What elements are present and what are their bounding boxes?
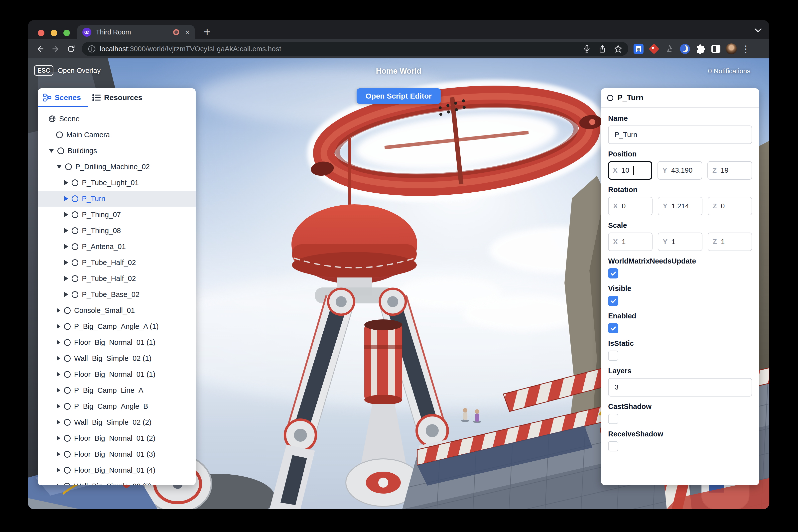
- chevron-right-icon[interactable]: [57, 340, 60, 345]
- tree-item-label: P_Tube_Half_02: [82, 274, 136, 283]
- position-y-input[interactable]: Y43.190: [658, 161, 702, 180]
- tree-item-label: Console_Small_01: [74, 306, 135, 315]
- castshadow-checkbox[interactable]: [608, 414, 618, 424]
- chevron-right-icon[interactable]: [57, 404, 60, 409]
- chevron-right-icon[interactable]: [57, 372, 60, 377]
- chevron-right-icon[interactable]: [57, 420, 60, 425]
- sidebar-toggle-icon[interactable]: [708, 41, 724, 56]
- open-script-editor-button[interactable]: Open Script Editor: [357, 88, 441, 104]
- tree-item-wall-big-simple-02-2[interactable]: Wall_Big_Simple_02 (2): [38, 414, 196, 430]
- worldmatrixneedsupdate-checkbox[interactable]: [608, 268, 618, 279]
- tree-item-p-tube-light-01[interactable]: P_Tube_Light_01: [38, 175, 196, 191]
- recycle-extension-icon[interactable]: [662, 41, 677, 56]
- browser-menu-icon[interactable]: ⋮: [739, 44, 753, 54]
- tree-item-wall-big-simple-02-1[interactable]: Wall_Big_Simple_02 (1): [38, 350, 196, 366]
- enabled-checkbox[interactable]: [608, 323, 618, 334]
- rotation-y-input[interactable]: Y1.214: [658, 197, 702, 215]
- tree-item-p-antena-01[interactable]: P_Antena_01: [38, 239, 196, 254]
- tree-item-floor-big-normal-01-3[interactable]: Floor_Big_Normal_01 (3): [38, 446, 196, 462]
- overlay-hint: ESC Open Overlay: [34, 65, 100, 76]
- tree-item-floor-big-normal-01-1[interactable]: Floor_Big_Normal_01 (1): [38, 366, 196, 382]
- back-button[interactable]: [33, 41, 48, 56]
- chevron-right-icon[interactable]: [57, 452, 60, 457]
- position-x-input[interactable]: X10: [608, 161, 652, 180]
- tree-item-p-tube-half-02[interactable]: P_Tube_Half_02: [38, 270, 196, 286]
- 3d-viewport[interactable]: ESC Open Overlay Home World 0 Notificati…: [28, 58, 769, 509]
- chevron-right-icon[interactable]: [57, 436, 60, 441]
- layers-label: Layers: [608, 367, 752, 375]
- name-input[interactable]: P_Turn: [608, 126, 752, 144]
- tree-item-floor-big-normal-01-1[interactable]: Floor_Big_Normal_01 (1): [38, 335, 196, 350]
- chevron-right-icon[interactable]: [57, 324, 60, 329]
- tree-item-p-tube-half-02[interactable]: P_Tube_Half_02: [38, 254, 196, 270]
- chevron-down-icon[interactable]: [49, 149, 54, 153]
- tree-item-p-tube-base-02[interactable]: P_Tube_Base_02: [38, 286, 196, 302]
- chevron-right-icon[interactable]: [64, 276, 68, 281]
- tab-resources[interactable]: Resources: [92, 88, 142, 107]
- chevron-right-icon[interactable]: [57, 388, 60, 393]
- tree-item-p-big-camp-line-a[interactable]: P_Big_Camp_Line_A: [38, 382, 196, 398]
- tree-item-p-thing-08[interactable]: P_Thing_08: [38, 223, 196, 239]
- tree-item-label: Floor_Big_Normal_01 (2): [74, 434, 155, 442]
- tab-search-chevron-icon[interactable]: [754, 28, 762, 34]
- chevron-right-icon[interactable]: [57, 483, 60, 485]
- address-bar[interactable]: localhost:3000/world/!vjrzmTVOcyIsLgaAkA…: [82, 42, 628, 56]
- bookmark-star-icon[interactable]: [614, 45, 622, 53]
- browser-window: Third Room × + localhost:3000/world/!vjr…: [28, 20, 769, 509]
- tree-item-floor-big-normal-01-4[interactable]: Floor_Big_Normal_01 (4): [38, 462, 196, 478]
- chevron-right-icon[interactable]: [64, 180, 68, 185]
- microphone-icon[interactable]: [583, 45, 591, 53]
- chevron-right-icon[interactable]: [64, 196, 68, 201]
- share-icon[interactable]: [598, 45, 606, 53]
- chevron-right-icon[interactable]: [57, 356, 60, 361]
- visible-checkbox[interactable]: [608, 296, 618, 306]
- tree-item-p-thing-07[interactable]: P_Thing_07: [38, 207, 196, 223]
- scale-z-input[interactable]: Z1: [708, 232, 752, 251]
- isstatic-checkbox[interactable]: [608, 350, 618, 361]
- tab-third-room[interactable]: Third Room ×: [77, 25, 195, 39]
- tree-item-scene[interactable]: Scene: [38, 111, 196, 127]
- tree-item-console-small-01[interactable]: Console_Small_01: [38, 302, 196, 318]
- scale-y-input[interactable]: Y1: [658, 232, 702, 251]
- puzzle-extensions-icon[interactable]: [693, 41, 708, 56]
- scale-x-input[interactable]: X1: [608, 232, 652, 251]
- rotation-z-input[interactable]: Z0: [708, 197, 752, 215]
- url-text[interactable]: localhost:3000/world/!vjrzmTVOcyIsLgaAkA…: [100, 45, 575, 53]
- tree-item-p-big-camp-angle-a-1[interactable]: P_Big_Camp_Angle_A (1): [38, 318, 196, 335]
- receiveshadow-checkbox[interactable]: [608, 441, 618, 451]
- forward-button[interactable]: [48, 41, 63, 56]
- chevron-right-icon[interactable]: [64, 244, 68, 249]
- chevron-right-icon[interactable]: [57, 308, 60, 313]
- night-mode-extension-icon[interactable]: [677, 41, 693, 56]
- chevron-right-icon[interactable]: [64, 260, 68, 265]
- new-tab-button[interactable]: +: [201, 25, 214, 38]
- entity-icon: [64, 467, 71, 474]
- layers-input[interactable]: 3: [608, 378, 752, 397]
- chevron-right-icon[interactable]: [57, 468, 60, 473]
- tree-item-p-turn[interactable]: P_Turn: [38, 191, 196, 207]
- red-diamond-extension-icon[interactable]: [646, 41, 662, 56]
- chevron-right-icon[interactable]: [64, 212, 68, 217]
- chevron-right-icon[interactable]: [64, 228, 68, 233]
- info-icon[interactable]: [88, 45, 96, 53]
- tree-item-buildings[interactable]: Buildings: [38, 143, 196, 159]
- chevron-down-icon[interactable]: [57, 165, 62, 169]
- tab-scenes[interactable]: Scenes: [43, 88, 81, 107]
- position-z-input[interactable]: Z19: [707, 161, 752, 180]
- tab-close-icon[interactable]: ×: [185, 28, 190, 36]
- entity-icon: [64, 355, 71, 362]
- tree-item-main-camera[interactable]: Main Camera: [38, 127, 196, 143]
- tree-item-floor-big-normal-01-2[interactable]: Floor_Big_Normal_01 (2): [38, 430, 196, 446]
- zoom-window-button[interactable]: [63, 30, 70, 36]
- rotation-x-input[interactable]: X0: [608, 197, 652, 215]
- close-window-button[interactable]: [38, 30, 44, 36]
- chevron-right-icon[interactable]: [64, 292, 68, 297]
- tree-item-label: Floor_Big_Normal_01 (3): [74, 450, 155, 458]
- tree-item-p-drilling-machine-02[interactable]: P_Drilling_Machine_02: [38, 159, 196, 175]
- reload-button[interactable]: [63, 41, 79, 56]
- avatar[interactable]: [724, 41, 739, 56]
- minimize-window-button[interactable]: [51, 30, 57, 36]
- password-manager-extension-icon[interactable]: [631, 41, 646, 56]
- tree-item-wall-big-simple-02-3[interactable]: Wall_Big_Simple_02 (3): [38, 478, 196, 485]
- tree-item-p-big-camp-angle-b[interactable]: P_Big_Camp_Angle_B: [38, 398, 196, 414]
